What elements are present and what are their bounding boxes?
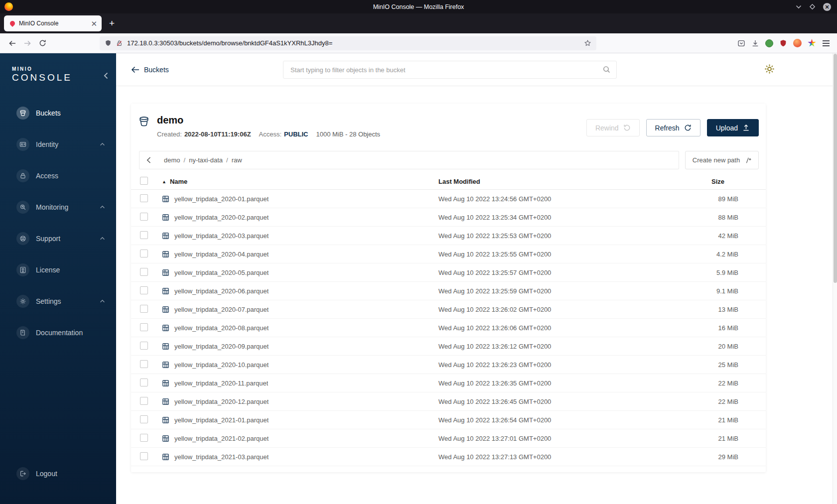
extension-green-icon[interactable]: [765, 39, 773, 47]
breadcrumb-segment[interactable]: raw: [232, 156, 242, 164]
object-row[interactable]: yellow_tripdata_2021-01.parquet Wed Aug …: [131, 411, 766, 429]
bookmark-star-icon[interactable]: [584, 39, 591, 47]
object-row[interactable]: yellow_tripdata_2020-06.parquet Wed Aug …: [131, 282, 766, 300]
tab-close-icon[interactable]: ✕: [91, 20, 97, 27]
row-checkbox[interactable]: [140, 397, 148, 405]
object-row[interactable]: yellow_tripdata_2020-07.parquet Wed Aug …: [131, 300, 766, 319]
back-to-buckets-link[interactable]: Buckets: [131, 66, 169, 74]
object-name[interactable]: yellow_tripdata_2020-06.parquet: [174, 287, 269, 295]
chevron-up-icon[interactable]: [100, 237, 105, 240]
back-button[interactable]: [5, 36, 20, 50]
breadcrumb-segment[interactable]: demo: [164, 156, 180, 164]
window-maximize-icon[interactable]: [809, 3, 816, 10]
window-minimize-icon[interactable]: [796, 5, 802, 9]
pocket-save-icon[interactable]: [737, 39, 745, 47]
reload-button[interactable]: [35, 36, 50, 50]
extension-pinwheel-icon[interactable]: [808, 39, 816, 47]
filter-objects-input[interactable]: [283, 61, 617, 79]
sidebar-item-identity[interactable]: Identity: [0, 128, 116, 160]
sidebar-item-monitoring[interactable]: Monitoring: [0, 191, 116, 223]
new-tab-button[interactable]: +: [109, 18, 115, 29]
rewind-button[interactable]: Rewind: [586, 119, 640, 136]
object-row[interactable]: yellow_tripdata_2020-05.parquet Wed Aug …: [131, 263, 766, 282]
object-name[interactable]: yellow_tripdata_2020-07.parquet: [174, 306, 269, 313]
select-all-checkbox[interactable]: [140, 177, 148, 185]
row-checkbox[interactable]: [140, 452, 148, 460]
page-scrollbar[interactable]: [833, 53, 837, 504]
object-name[interactable]: yellow_tripdata_2020-01.parquet: [174, 195, 269, 203]
column-header-size[interactable]: Size: [681, 178, 738, 185]
row-checkbox[interactable]: [140, 286, 148, 294]
object-row[interactable]: yellow_tripdata_2020-04.parquet Wed Aug …: [131, 245, 766, 263]
bucket-icon: [139, 116, 149, 138]
object-name[interactable]: yellow_tripdata_2020-08.parquet: [174, 324, 269, 332]
chevron-up-icon[interactable]: [100, 205, 105, 209]
sidebar-item-label: Logout: [36, 470, 57, 478]
breadcrumb-back-icon[interactable]: [146, 156, 151, 164]
row-checkbox[interactable]: [140, 213, 148, 221]
row-checkbox[interactable]: [140, 378, 148, 386]
row-checkbox[interactable]: [140, 323, 148, 331]
object-name[interactable]: yellow_tripdata_2020-04.parquet: [174, 251, 269, 258]
object-name[interactable]: yellow_tripdata_2020-12.parquet: [174, 398, 269, 405]
create-new-path-button[interactable]: Create new path: [685, 151, 759, 169]
object-row[interactable]: yellow_tripdata_2020-03.parquet Wed Aug …: [131, 227, 766, 245]
row-checkbox[interactable]: [140, 360, 148, 368]
object-name[interactable]: yellow_tripdata_2020-11.parquet: [174, 379, 268, 387]
object-row[interactable]: yellow_tripdata_2020-11.parquet Wed Aug …: [131, 374, 766, 392]
breadcrumb-segment[interactable]: ny-taxi-data: [189, 156, 223, 164]
menu-hamburger-icon[interactable]: [822, 40, 830, 47]
object-name[interactable]: yellow_tripdata_2021-01.parquet: [174, 416, 269, 424]
object-name[interactable]: yellow_tripdata_2020-03.parquet: [174, 232, 269, 240]
forward-button[interactable]: [20, 36, 35, 50]
scrollbar-thumb[interactable]: [834, 54, 837, 283]
tab-minio-console[interactable]: MinIO Console ✕: [4, 15, 102, 31]
upload-button[interactable]: Upload: [707, 119, 759, 136]
row-checkbox[interactable]: [140, 250, 148, 257]
row-checkbox[interactable]: [140, 231, 148, 239]
url-bar[interactable]: 172.18.0.3:30503/buckets/demo/browse/bnk…: [100, 36, 596, 50]
object-row[interactable]: yellow_tripdata_2020-12.parquet Wed Aug …: [131, 392, 766, 411]
object-row[interactable]: yellow_tripdata_2020-08.parquet Wed Aug …: [131, 319, 766, 337]
row-checkbox[interactable]: [140, 268, 148, 276]
sidebar-item-settings[interactable]: Settings: [0, 285, 116, 317]
connection-lock-icon[interactable]: [116, 40, 123, 47]
account-avatar-icon[interactable]: [793, 39, 802, 47]
object-row[interactable]: yellow_tripdata_2020-09.parquet Wed Aug …: [131, 337, 766, 356]
object-name[interactable]: yellow_tripdata_2020-05.parquet: [174, 269, 269, 276]
chevron-up-icon[interactable]: [100, 142, 105, 146]
row-checkbox[interactable]: [140, 305, 148, 313]
column-header-modified[interactable]: Last Modified: [438, 178, 681, 185]
row-checkbox[interactable]: [140, 342, 148, 350]
row-checkbox[interactable]: [140, 415, 148, 423]
object-row[interactable]: yellow_tripdata_2021-03.parquet Wed Aug …: [131, 448, 766, 466]
window-close-icon[interactable]: ✕: [823, 3, 831, 11]
column-header-name[interactable]: ▲Name: [162, 178, 438, 185]
row-checkbox[interactable]: [140, 434, 148, 442]
url-text[interactable]: 172.18.0.3:30503/buckets/demo/browse/bnk…: [127, 39, 579, 47]
object-name[interactable]: yellow_tripdata_2020-09.parquet: [174, 343, 269, 350]
chevron-up-icon[interactable]: [100, 299, 105, 303]
page-settings-gear-icon[interactable]: [764, 63, 775, 77]
refresh-button[interactable]: Refresh: [646, 119, 700, 136]
sidebar-item-license[interactable]: License: [0, 254, 116, 285]
tracking-protection-shield-icon[interactable]: [105, 39, 112, 47]
sidebar-item-buckets[interactable]: Buckets: [0, 97, 116, 128]
sidebar-item-support[interactable]: Support: [0, 223, 116, 254]
object-name[interactable]: yellow_tripdata_2020-10.parquet: [174, 361, 269, 369]
sidebar-item-logout[interactable]: Logout: [0, 458, 116, 489]
object-row[interactable]: yellow_tripdata_2020-02.parquet Wed Aug …: [131, 208, 766, 227]
object-row[interactable]: yellow_tripdata_2020-10.parquet Wed Aug …: [131, 356, 766, 374]
sidebar-item-documentation[interactable]: Documentation: [0, 317, 116, 348]
object-row[interactable]: yellow_tripdata_2021-02.parquet Wed Aug …: [131, 429, 766, 448]
object-name[interactable]: yellow_tripdata_2021-03.parquet: [174, 453, 269, 461]
row-checkbox[interactable]: [140, 194, 148, 202]
sidebar-collapse-icon[interactable]: [104, 72, 108, 81]
sort-ascending-icon: ▲: [162, 179, 166, 184]
object-name[interactable]: yellow_tripdata_2021-02.parquet: [174, 435, 269, 442]
downloads-icon[interactable]: [751, 39, 759, 47]
sidebar-item-access[interactable]: Access: [0, 160, 116, 191]
object-row[interactable]: yellow_tripdata_2020-01.parquet Wed Aug …: [131, 190, 766, 208]
object-name[interactable]: yellow_tripdata_2020-02.parquet: [174, 214, 269, 221]
ublock-shield-icon[interactable]: [779, 39, 787, 47]
